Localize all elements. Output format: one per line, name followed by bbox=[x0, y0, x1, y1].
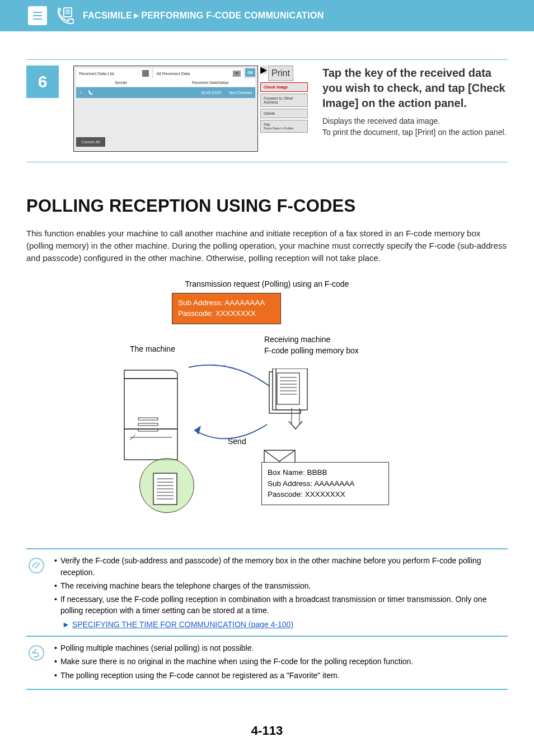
tab-all-received-data[interactable]: All Received Data bbox=[153, 68, 243, 78]
action-sublabel: Store Data in Folder bbox=[264, 127, 305, 130]
box-name-line: Box Name: BBBB bbox=[268, 467, 383, 478]
step-desc-1: Displays the received data image. bbox=[322, 115, 508, 127]
section-body: This function enables your machine to ca… bbox=[26, 227, 508, 264]
note-block-restriction: •Polling multiple machines (serial polli… bbox=[26, 637, 508, 690]
breadcrumb: FACSIMILE►PERFORMING F-CODE COMMUNICATIO… bbox=[83, 11, 324, 21]
page-header: FACSIMILE►PERFORMING F-CODE COMMUNICATIO… bbox=[0, 0, 534, 31]
note-block-info: •Verify the F-code (sub-address and pass… bbox=[26, 548, 508, 637]
svg-rect-0 bbox=[33, 12, 42, 13]
action-label: File bbox=[264, 123, 305, 127]
action-file[interactable]: File Store Data in Folder bbox=[260, 120, 308, 133]
memory-box-info: Box Name: BBBB Sub Address: AAAAAAAA Pas… bbox=[261, 462, 389, 505]
tab-received-data-list[interactable]: Received Data List bbox=[76, 68, 152, 78]
svg-rect-8 bbox=[124, 429, 177, 460]
sub-address-line: Sub Address: AAAAAAAA bbox=[268, 478, 383, 489]
action-label: Print bbox=[271, 68, 290, 78]
list-icon bbox=[32, 10, 43, 21]
sub-address-line: Sub Address: AAAAAAAA bbox=[178, 298, 275, 309]
table-row[interactable]: ✓ 10:45 07/07 Not Checked bbox=[76, 87, 255, 98]
cancel-all-button[interactable]: Cancel All bbox=[76, 137, 105, 147]
cell-time: 10:45 07/07 bbox=[194, 88, 224, 97]
svg-rect-1 bbox=[33, 15, 42, 16]
step-row: 6 Received Data List All Received Data O… bbox=[26, 60, 508, 162]
passcode-line: Passcode: XXXXXXXX bbox=[268, 489, 383, 500]
printer-icon bbox=[119, 365, 186, 465]
tab-label: Received Data List bbox=[79, 71, 114, 76]
phone-icon bbox=[85, 87, 194, 98]
step-number: 6 bbox=[26, 66, 59, 98]
info-icon bbox=[26, 555, 46, 630]
note-item: Polling multiple machines (serial pollin… bbox=[60, 642, 254, 654]
action-delete[interactable]: Delete bbox=[260, 109, 308, 118]
action-print[interactable]: Print bbox=[268, 66, 293, 81]
svg-rect-9 bbox=[138, 418, 158, 420]
action-forward[interactable]: Forward to Other Address bbox=[260, 94, 308, 107]
timer-comm-link[interactable]: SPECIFYING THE TIME FOR COMMUNICATION (p… bbox=[72, 620, 293, 629]
grid-icon[interactable] bbox=[142, 70, 149, 77]
svg-rect-10 bbox=[138, 423, 158, 426]
svg-rect-2 bbox=[33, 18, 42, 20]
svg-rect-7 bbox=[124, 379, 177, 429]
step-desc-2: To print the document, tap [Print] on th… bbox=[322, 127, 508, 138]
play-icon[interactable]: ▶ bbox=[260, 66, 267, 74]
arrow-send-icon bbox=[189, 419, 273, 447]
phone-doc-icon bbox=[55, 6, 75, 26]
note-item: If necessary, use the F-code polling rec… bbox=[60, 594, 508, 617]
label-the-machine: The machine bbox=[130, 344, 175, 353]
restriction-icon bbox=[26, 642, 46, 683]
chevron-down-icon bbox=[235, 72, 239, 75]
table-header: Sender Received DateStatus bbox=[76, 78, 255, 87]
label-receiving-machine: Receiving machine F-code polling memory … bbox=[264, 334, 371, 356]
note-item: The receiving machine bears the telephon… bbox=[60, 580, 311, 591]
step-text: Tap the key of the received data you wis… bbox=[322, 66, 508, 152]
diagram: Sub Address: AAAAAAAA Passcode: XXXXXXXX… bbox=[99, 293, 435, 534]
fcode-box: Sub Address: AAAAAAAA Passcode: XXXXXXXX bbox=[172, 293, 281, 324]
note-list: •Polling multiple machines (serial polli… bbox=[54, 642, 508, 683]
action-panel: Check Image Forward to Other Address Del… bbox=[260, 82, 308, 133]
step-heading: Tap the key of the received data you wis… bbox=[322, 66, 508, 111]
memory-box-icon bbox=[266, 368, 311, 430]
svg-rect-3 bbox=[64, 8, 72, 17]
note-item: Verify the F-code (sub-address and passc… bbox=[60, 555, 508, 578]
document-icon bbox=[152, 472, 180, 508]
action-check-image[interactable]: Check Image bbox=[260, 82, 308, 92]
section-title: POLLING RECEPTION USING F-CODES bbox=[26, 196, 508, 216]
header-icon-box bbox=[28, 6, 47, 25]
diagram-caption: Transmission request (Polling) using an … bbox=[26, 279, 508, 288]
col-datestatus: Received DateStatus bbox=[166, 78, 255, 87]
cell-status: Not Checked bbox=[224, 88, 255, 97]
ok-button[interactable]: OK bbox=[245, 68, 255, 77]
page-number: 4-113 bbox=[26, 724, 508, 756]
note-item: The polling reception using the F-code c… bbox=[60, 670, 340, 681]
device-screenshot: Received Data List All Received Data OK … bbox=[73, 66, 258, 152]
tab-label: All Received Data bbox=[156, 71, 190, 76]
link-arrow-icon: ► bbox=[54, 620, 72, 629]
note-list: •Verify the F-code (sub-address and pass… bbox=[54, 555, 508, 630]
passcode-line: Passcode: XXXXXXXX bbox=[178, 309, 275, 319]
col-sender: Sender bbox=[76, 78, 166, 87]
note-item: Make sure there is no original in the ma… bbox=[60, 656, 413, 667]
svg-point-36 bbox=[29, 558, 44, 573]
